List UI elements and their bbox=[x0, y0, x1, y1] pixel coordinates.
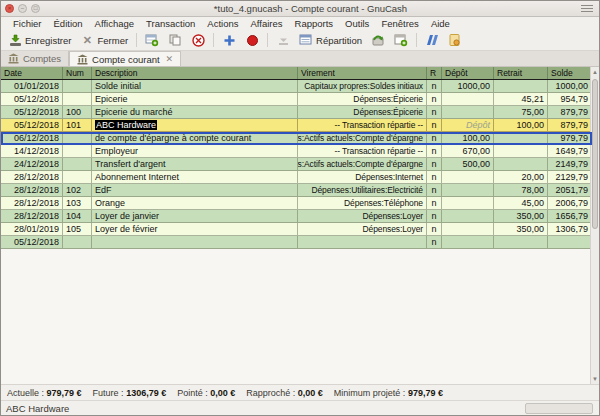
cell-virement[interactable]: -- Transaction répartie -- bbox=[298, 119, 427, 132]
cell-solde[interactable]: 2006,79 bbox=[548, 197, 592, 210]
cell-retrait[interactable] bbox=[494, 236, 548, 249]
cell-description[interactable]: Solde initial bbox=[92, 80, 298, 93]
cell-virement[interactable]: Dépenses:Épicerie bbox=[298, 106, 427, 119]
cell-retrait[interactable]: 350,00 bbox=[494, 223, 548, 236]
cell-num[interactable] bbox=[63, 158, 92, 171]
cell-virement[interactable]: Dépenses:Loyer bbox=[298, 223, 427, 236]
table-row[interactable]: 28/12/2018 Abonnement Internet Dépenses:… bbox=[1, 171, 592, 184]
cell-description[interactable]: EdF bbox=[92, 184, 298, 197]
cell-solde[interactable]: 2129,79 bbox=[548, 171, 592, 184]
cell-solde[interactable]: 979,79 bbox=[548, 132, 592, 145]
cell-solde[interactable]: 879,79 bbox=[548, 119, 592, 132]
cancel-button[interactable] bbox=[241, 31, 263, 49]
cell-reconcile[interactable]: n bbox=[427, 132, 442, 145]
menu-aide[interactable]: Aide bbox=[425, 18, 456, 29]
cell-date[interactable]: 05/12/2018 bbox=[1, 93, 63, 106]
cell-num[interactable] bbox=[63, 132, 92, 145]
cell-num[interactable] bbox=[63, 236, 92, 249]
cell-num[interactable] bbox=[63, 93, 92, 106]
window-minimize-icon[interactable]: − bbox=[18, 4, 27, 13]
cell-depot[interactable] bbox=[442, 236, 494, 249]
invoice-button[interactable] bbox=[444, 31, 466, 49]
cell-reconcile[interactable]: n bbox=[427, 184, 442, 197]
cell-retrait[interactable] bbox=[494, 132, 548, 145]
cell-retrait[interactable]: 20,00 bbox=[494, 171, 548, 184]
cell-date[interactable]: 28/12/2018 bbox=[1, 171, 63, 184]
cell-depot[interactable] bbox=[442, 210, 494, 223]
menu-affaires[interactable]: Affaires bbox=[244, 18, 288, 29]
cell-reconcile[interactable]: n bbox=[427, 223, 442, 236]
cell-retrait[interactable] bbox=[494, 80, 548, 93]
cell-num[interactable]: 100 bbox=[63, 106, 92, 119]
cell-virement[interactable]: Dépenses:Loyer bbox=[298, 210, 427, 223]
menu-outils[interactable]: Outils bbox=[339, 18, 375, 29]
cell-virement[interactable]: Dépenses:Utilitaires:Electricité bbox=[298, 184, 427, 197]
cell-depot[interactable]: 100,00 bbox=[442, 132, 494, 145]
cell-retrait[interactable]: 45,00 bbox=[494, 197, 548, 210]
cell-virement[interactable]: Capitaux propres:Soldes initiaux bbox=[298, 80, 427, 93]
window-close-icon[interactable]: × bbox=[5, 4, 14, 13]
save-button[interactable]: Enregistrer bbox=[4, 31, 75, 49]
menu-fichier[interactable]: Fichier bbox=[7, 18, 48, 29]
col-solde[interactable]: Solde bbox=[548, 67, 592, 79]
cell-reconcile[interactable]: n bbox=[427, 171, 442, 184]
cell-num[interactable]: 101 bbox=[63, 119, 92, 132]
table-row[interactable]: 28/12/2018 104 Loyer de janvier Dépenses… bbox=[1, 210, 592, 223]
menu-rapports[interactable]: Rapports bbox=[289, 18, 340, 29]
jump-button[interactable] bbox=[421, 31, 443, 49]
cell-reconcile[interactable]: n bbox=[427, 210, 442, 223]
table-row[interactable]: 05/12/2018 Epicerie Dépenses:Épicerie n … bbox=[1, 93, 592, 106]
cell-num[interactable] bbox=[63, 145, 92, 158]
cell-reconcile[interactable]: n bbox=[427, 197, 442, 210]
table-row[interactable]: 24/12/2018 Transfert d'argent s:Actifs a… bbox=[1, 158, 592, 171]
cell-date[interactable]: 24/12/2018 bbox=[1, 158, 63, 171]
table-row[interactable]: 14/12/2018 Employeur -- Transaction répa… bbox=[1, 145, 592, 158]
cell-solde[interactable]: 879,79 bbox=[548, 106, 592, 119]
cell-retrait[interactable]: 45,21 bbox=[494, 93, 548, 106]
cell-depot[interactable]: 500,00 bbox=[442, 158, 494, 171]
cell-date[interactable]: 28/01/2019 bbox=[1, 223, 63, 236]
col-virement[interactable]: Virement bbox=[298, 67, 427, 79]
table-row[interactable]: 28/01/2019 105 Loyer de février Dépenses… bbox=[1, 223, 592, 236]
cell-retrait[interactable] bbox=[494, 158, 548, 171]
duplicate-button[interactable] bbox=[164, 31, 186, 49]
cell-depot[interactable] bbox=[442, 197, 494, 210]
cell-reconcile[interactable]: n bbox=[427, 93, 442, 106]
cell-reconcile[interactable]: n bbox=[427, 145, 442, 158]
col-date[interactable]: Date bbox=[1, 67, 63, 79]
cell-reconcile[interactable]: n bbox=[427, 119, 442, 132]
tab-close-icon[interactable]: ✕ bbox=[166, 54, 174, 64]
cell-retrait[interactable] bbox=[494, 145, 548, 158]
cell-num[interactable] bbox=[63, 171, 92, 184]
new-transaction-button[interactable] bbox=[141, 31, 163, 49]
cell-depot[interactable] bbox=[442, 106, 494, 119]
cell-solde[interactable]: 1306,79 bbox=[548, 223, 592, 236]
cell-date[interactable]: 05/12/2018 bbox=[1, 106, 63, 119]
cell-solde[interactable]: 1000,00 bbox=[548, 80, 592, 93]
table-row[interactable]: 05/12/2018 101 ABC Hardware -- Transacti… bbox=[1, 119, 592, 132]
cell-description[interactable]: de compte d'épargne à compte courant bbox=[92, 132, 298, 145]
app-menu-icon[interactable] bbox=[581, 5, 593, 12]
col-retrait[interactable]: Retrait bbox=[494, 67, 548, 79]
cell-virement[interactable] bbox=[298, 236, 427, 249]
cell-depot[interactable]: Dépôt bbox=[442, 119, 494, 132]
menu-edition[interactable]: Édition bbox=[48, 18, 89, 29]
cell-retrait[interactable]: 75,00 bbox=[494, 106, 548, 119]
cell-solde[interactable]: 2149,79 bbox=[548, 158, 592, 171]
cell-description[interactable]: Epicerie du marché bbox=[92, 106, 298, 119]
cell-virement[interactable]: s:Actifs actuels:Compte d'épargne bbox=[298, 158, 427, 171]
cell-description[interactable]: Loyer de janvier bbox=[92, 210, 298, 223]
cell-description[interactable]: Transfert d'argent bbox=[92, 158, 298, 171]
table-row[interactable]: 28/12/2018 103 Orange Dépenses:Téléphone… bbox=[1, 197, 592, 210]
tab-comptes[interactable]: Comptes bbox=[1, 51, 69, 66]
table-row[interactable]: 05/12/2018 100 Epicerie du marché Dépens… bbox=[1, 106, 592, 119]
cell-num[interactable]: 103 bbox=[63, 197, 92, 210]
table-row[interactable]: 01/01/2018 Solde initial Capitaux propre… bbox=[1, 80, 592, 93]
cell-solde[interactable]: 954,79 bbox=[548, 93, 592, 106]
table-row[interactable]: 28/12/2018 102 EdF Dépenses:Utilitaires:… bbox=[1, 184, 592, 197]
cell-date[interactable]: 05/12/2018 bbox=[1, 119, 63, 132]
close-button[interactable]: ✕ Fermer bbox=[76, 31, 132, 49]
cell-depot[interactable]: 1000,00 bbox=[442, 80, 494, 93]
col-description[interactable]: Description bbox=[92, 67, 298, 79]
cell-virement[interactable]: -- Transaction répartie -- bbox=[298, 145, 427, 158]
